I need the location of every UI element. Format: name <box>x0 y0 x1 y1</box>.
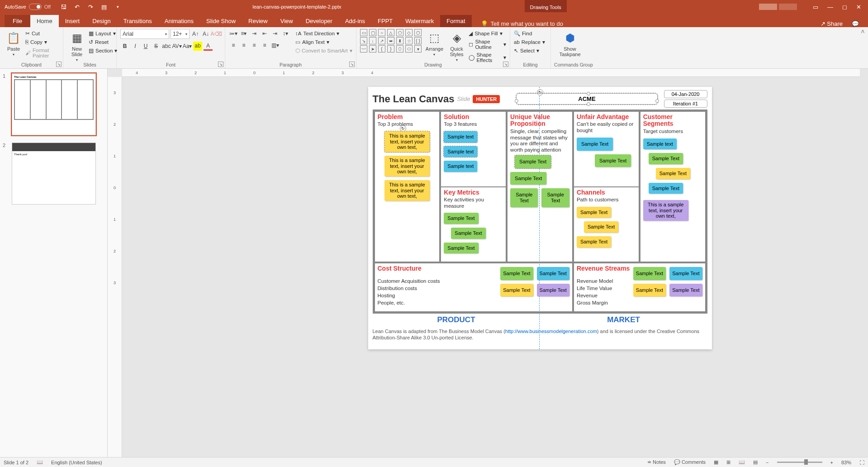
iteration-box[interactable]: Iteration #1 <box>664 100 707 108</box>
redo-icon[interactable]: ↷ <box>87 3 94 10</box>
collapse-ribbon-icon[interactable]: ᐱ <box>858 27 868 68</box>
autosave-toggle[interactable]: AutoSave Off <box>0 4 55 10</box>
slide-thumbnail-2[interactable]: Thank you! <box>12 143 96 205</box>
ribbon-display-icon[interactable]: ▭ <box>813 4 818 10</box>
align-left-icon[interactable]: ≡ <box>229 41 238 50</box>
tab-design[interactable]: Design <box>86 15 117 27</box>
decrease-indent-icon[interactable]: ⇤ <box>260 29 269 38</box>
slide-thumbnail-1[interactable]: The Lean Canvas <box>12 73 96 135</box>
list-level-icon[interactable]: ⇥ <box>250 29 259 38</box>
tab-fppt[interactable]: FPPT <box>371 15 399 27</box>
shrink-font-icon[interactable]: A↓ <box>201 29 210 38</box>
sticky-note[interactable]: Sample Text <box>444 213 478 224</box>
sticky-note[interactable]: This is a sample text, insert your own t… <box>384 180 430 201</box>
clear-formatting-icon[interactable]: A⌫ <box>212 29 221 38</box>
user-account[interactable] <box>750 4 806 10</box>
font-color-icon[interactable]: A <box>204 42 213 51</box>
zoom-in-icon[interactable]: + <box>830 460 833 465</box>
numbering-icon[interactable]: ≡▾ <box>239 29 248 38</box>
problem-cell[interactable]: Problem Top 3 problems This is a sample … <box>374 111 441 262</box>
spellcheck-icon[interactable]: 📖 <box>37 459 43 465</box>
sticky-note[interactable]: Sample Text <box>577 138 613 151</box>
solution-cell[interactable]: Solution Top 3 features Sample text Samp… <box>441 112 506 187</box>
arrange-button[interactable]: ⬚ Arrange▾ <box>424 29 445 58</box>
highlight-icon[interactable]: ab <box>193 42 202 51</box>
quick-styles-button[interactable]: ◈ Quick Styles▾ <box>446 29 467 64</box>
sticky-note[interactable]: Sample Text <box>649 153 683 164</box>
shape-gallery[interactable]: ▭▢○△⬠◇⬡ ↘↓↗⬌⬍☆{ } 〰➤{}⬯⬭▾ <box>360 29 422 52</box>
tab-addins[interactable]: Add-ins <box>339 15 371 27</box>
tab-developer[interactable]: Developer <box>299 15 339 27</box>
zoom-level[interactable]: 83% <box>841 460 851 465</box>
tell-me-search[interactable]: 💡 Tell me what you want to do <box>472 20 811 27</box>
font-name-combo[interactable]: Arial▾ <box>120 29 169 39</box>
tab-transitions[interactable]: Transitions <box>117 15 158 27</box>
sticky-note[interactable]: Sample Text <box>669 284 702 297</box>
shape-fill-button[interactable]: ◢Shape Fill ▾ <box>469 30 506 37</box>
slide-editor[interactable]: 432101234 3210123 ↻ ↻ ↻ The Lean Canvas … <box>108 69 868 457</box>
slide-canvas[interactable]: ↻ ↻ ↻ The Lean Canvas Slide HUNTER ACME … <box>368 87 712 349</box>
change-case-icon[interactable]: Aa▾ <box>183 42 192 51</box>
tab-animations[interactable]: Animations <box>158 15 200 27</box>
align-right-icon[interactable]: ≡ <box>250 41 259 50</box>
sticky-note[interactable]: Sample Text <box>500 267 533 280</box>
show-taskpane-button[interactable]: ⬢ Show Taskpane <box>555 29 585 59</box>
undo-icon[interactable]: ↶ <box>73 3 81 10</box>
section-button[interactable]: ▤Section ▾ <box>89 47 117 54</box>
smartart-button[interactable]: ⬡Convert to SmartArt ▾ <box>295 47 352 54</box>
tab-insert[interactable]: Insert <box>59 15 86 27</box>
normal-view-icon[interactable]: ▦ <box>714 459 718 465</box>
sticky-note[interactable]: Sample Text <box>649 183 683 194</box>
tab-format[interactable]: Format <box>440 15 471 27</box>
copy-button[interactable]: ⎘Copy ▾ <box>25 38 59 46</box>
line-spacing-icon[interactable]: ↕▾ <box>281 29 290 38</box>
tab-slideshow[interactable]: Slide Show <box>200 15 242 27</box>
slideshow-view-icon[interactable]: ▤ <box>753 459 758 465</box>
sticky-note[interactable]: Sample text <box>444 131 477 143</box>
cost-structure-cell[interactable]: Cost Structure Customer Acquisition cost… <box>374 262 573 312</box>
layout-button[interactable]: ▦Layout ▾ <box>89 30 117 37</box>
uvp-cell[interactable]: Unique Value Proposition Single, clear, … <box>507 111 573 262</box>
strikethrough-icon[interactable]: S <box>152 42 161 51</box>
zoom-slider[interactable] <box>777 462 822 463</box>
align-center-icon[interactable]: ≡ <box>239 41 248 50</box>
shape-outline-button[interactable]: ◻Shape Outline ▾ <box>469 38 506 50</box>
new-slide-button[interactable]: ▦ New Slide▾ <box>67 29 87 64</box>
sticky-note[interactable]: Sample Text <box>669 267 702 280</box>
zoom-out-icon[interactable]: − <box>766 460 768 465</box>
sticky-note[interactable]: Sample Text <box>577 207 611 218</box>
sticky-note[interactable]: Sample Text <box>656 168 690 179</box>
maximize-icon[interactable]: ◻ <box>842 4 847 10</box>
comments-button[interactable]: 💬 Comments <box>674 459 706 465</box>
sticky-note[interactable]: Sample Text <box>577 236 611 248</box>
text-direction-button[interactable]: ↕AText Direction ▾ <box>295 30 352 37</box>
underline-icon[interactable]: U <box>141 42 150 51</box>
qat-more-icon[interactable]: ▾ <box>114 3 121 10</box>
grow-font-icon[interactable]: A↑ <box>191 29 200 38</box>
paste-button[interactable]: 📋 Paste▾ <box>4 29 24 58</box>
slide-sorter-icon[interactable]: ⊞ <box>726 459 730 465</box>
sticky-note[interactable]: Sample Text <box>595 154 631 167</box>
sticky-note[interactable]: Sample Text <box>633 284 666 297</box>
start-from-beginning-icon[interactable]: ▤ <box>100 3 108 10</box>
company-name-box[interactable]: ACME <box>516 93 658 105</box>
reset-button[interactable]: ↺Reset <box>89 38 117 46</box>
char-spacing-icon[interactable]: AV▾ <box>172 42 181 51</box>
cut-button[interactable]: ✂Cut <box>25 30 59 37</box>
shadow-icon[interactable]: abc <box>162 42 171 51</box>
comments-icon[interactable]: 💬 <box>852 20 859 27</box>
save-icon[interactable]: 🖫 <box>60 3 67 10</box>
sticky-note[interactable]: Sample Text <box>510 188 538 207</box>
increase-indent-icon[interactable]: ⇥ <box>270 29 280 38</box>
columns-icon[interactable]: ▥▾ <box>270 41 280 50</box>
find-button[interactable]: 🔍Find <box>514 30 545 37</box>
select-button[interactable]: ↖Select ▾ <box>514 47 545 54</box>
tab-watermark[interactable]: Watermark <box>399 15 440 27</box>
unfair-advantage-cell[interactable]: Unfair Advantage Can't be easily copied … <box>574 112 639 187</box>
sticky-note[interactable]: Sample Text <box>537 284 569 297</box>
slide-counter[interactable]: Slide 1 of 2 <box>4 460 28 465</box>
font-size-combo[interactable]: 12+▾ <box>171 29 190 39</box>
sticky-note[interactable]: Sample Text <box>541 188 569 207</box>
sticky-note[interactable]: This is a sample text, insert your own t… <box>384 131 430 152</box>
channels-cell[interactable]: Channels Path to customers Sample Text S… <box>574 187 639 262</box>
